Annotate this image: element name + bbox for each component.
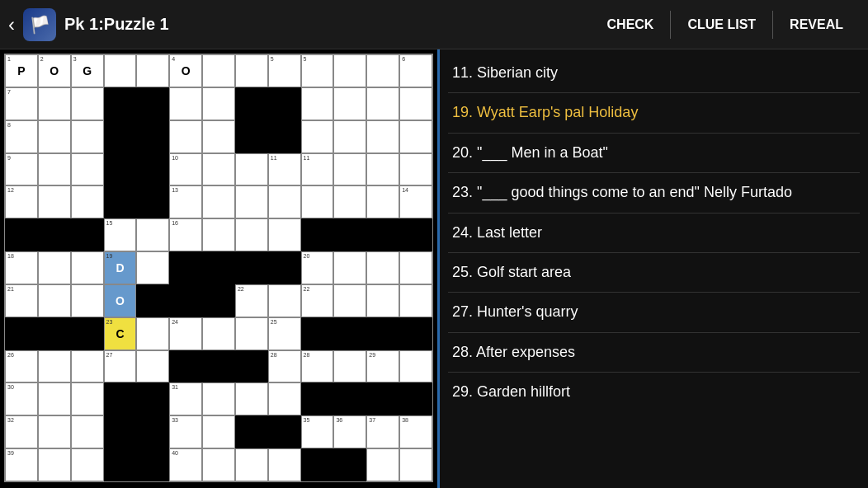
cell-6-4[interactable]	[136, 251, 169, 284]
cell-2-0[interactable]: 8	[5, 120, 38, 153]
cell-6-12[interactable]	[399, 251, 432, 284]
cell-7-4[interactable]	[136, 284, 169, 317]
clue-24[interactable]: 24. Last letter	[448, 214, 860, 253]
cell-1-3[interactable]	[104, 87, 137, 120]
cell-5-2[interactable]	[71, 218, 104, 251]
cell-6-0[interactable]: 18	[5, 251, 38, 284]
cell-5-6[interactable]	[202, 218, 235, 251]
cell-9-7[interactable]	[235, 350, 268, 383]
cell-10-9[interactable]	[301, 382, 334, 415]
cell-8-6[interactable]	[202, 317, 235, 350]
cell-6-5[interactable]	[169, 251, 202, 284]
cell-12-5[interactable]: 40	[169, 448, 202, 481]
cell-8-4[interactable]	[136, 317, 169, 350]
cell-11-5[interactable]: 33	[169, 415, 202, 448]
cell-7-9[interactable]: 22	[301, 284, 334, 317]
cell-9-1[interactable]	[38, 350, 71, 383]
cell-9-11[interactable]: 29	[366, 350, 399, 383]
cell-11-8[interactable]	[268, 415, 301, 448]
cell-8-10[interactable]	[333, 317, 366, 350]
cell-10-5[interactable]: 31	[169, 382, 202, 415]
cell-12-11[interactable]	[366, 448, 399, 481]
cell-4-1[interactable]	[38, 185, 71, 218]
cell-5-10[interactable]	[333, 218, 366, 251]
cell-1-9[interactable]	[301, 87, 334, 120]
cell-1-5[interactable]	[169, 87, 202, 120]
cell-9-10[interactable]	[333, 350, 366, 383]
cell-10-1[interactable]	[38, 382, 71, 415]
cell-6-3[interactable]: 19D	[104, 251, 137, 284]
cell-5-3[interactable]: 15	[104, 218, 137, 251]
cell-10-7[interactable]	[235, 382, 268, 415]
crossword-grid[interactable]: 1P2O3G4O55678910111112131415161819D2021O…	[4, 54, 433, 482]
cell-10-10[interactable]	[333, 382, 366, 415]
cell-1-1[interactable]	[38, 87, 71, 120]
cell-7-3[interactable]: O	[104, 284, 137, 317]
cell-9-4[interactable]	[136, 350, 169, 383]
cell-5-7[interactable]	[235, 218, 268, 251]
cell-8-8[interactable]: 25	[268, 317, 301, 350]
cell-2-8[interactable]	[268, 120, 301, 153]
cell-11-9[interactable]: 35	[301, 415, 334, 448]
cell-10-0[interactable]: 30	[5, 382, 38, 415]
clue-11[interactable]: 11. Siberian city	[448, 54, 860, 93]
cell-8-11[interactable]	[366, 317, 399, 350]
cell-11-1[interactable]	[38, 415, 71, 448]
cell-4-5[interactable]: 13	[169, 185, 202, 218]
cell-0-10[interactable]	[333, 54, 366, 87]
clue-list-button[interactable]: CLUE LIST	[670, 11, 772, 39]
cell-1-12[interactable]	[399, 87, 432, 120]
cell-11-3[interactable]	[104, 415, 137, 448]
cell-9-2[interactable]	[71, 350, 104, 383]
cell-11-6[interactable]	[202, 415, 235, 448]
cell-0-1[interactable]: 2O	[38, 54, 71, 87]
cell-11-7[interactable]	[235, 415, 268, 448]
cell-4-11[interactable]	[366, 185, 399, 218]
cell-5-4[interactable]	[136, 218, 169, 251]
cell-6-1[interactable]	[38, 251, 71, 284]
cell-7-7[interactable]: 22	[235, 284, 268, 317]
cell-10-3[interactable]	[104, 382, 137, 415]
cell-2-5[interactable]	[169, 120, 202, 153]
cell-6-10[interactable]	[333, 251, 366, 284]
cell-8-1[interactable]	[38, 317, 71, 350]
cell-3-12[interactable]	[399, 153, 432, 186]
cell-4-2[interactable]	[71, 185, 104, 218]
cell-0-5[interactable]: 4O	[169, 54, 202, 87]
cell-3-1[interactable]	[38, 153, 71, 186]
cell-12-8[interactable]	[268, 448, 301, 481]
cell-3-2[interactable]	[71, 153, 104, 186]
cell-9-9[interactable]: 28	[301, 350, 334, 383]
cell-7-6[interactable]	[202, 284, 235, 317]
cell-12-7[interactable]	[235, 448, 268, 481]
cell-11-4[interactable]	[136, 415, 169, 448]
cell-0-8[interactable]: 5	[268, 54, 301, 87]
cell-8-2[interactable]	[71, 317, 104, 350]
cell-9-8[interactable]: 28	[268, 350, 301, 383]
cell-1-0[interactable]: 7	[5, 87, 38, 120]
cell-3-6[interactable]	[202, 153, 235, 186]
clue-29[interactable]: 29. Garden hillfort	[448, 373, 860, 411]
cell-12-1[interactable]	[38, 448, 71, 481]
cell-10-2[interactable]	[71, 382, 104, 415]
cell-10-12[interactable]	[399, 382, 432, 415]
clue-28[interactable]: 28. After expenses	[448, 333, 860, 373]
cell-1-8[interactable]	[268, 87, 301, 120]
cell-11-11[interactable]: 37	[366, 415, 399, 448]
cell-8-7[interactable]	[235, 317, 268, 350]
cell-3-10[interactable]	[333, 153, 366, 186]
cell-4-3[interactable]	[104, 185, 137, 218]
cell-6-2[interactable]	[71, 251, 104, 284]
cell-2-11[interactable]	[366, 120, 399, 153]
cell-12-2[interactable]	[71, 448, 104, 481]
cell-9-5[interactable]	[169, 350, 202, 383]
cell-3-7[interactable]	[235, 153, 268, 186]
cell-12-12[interactable]	[399, 448, 432, 481]
cell-7-12[interactable]	[399, 284, 432, 317]
cell-4-7[interactable]	[235, 185, 268, 218]
cell-3-0[interactable]: 9	[5, 153, 38, 186]
cell-4-0[interactable]: 12	[5, 185, 38, 218]
cell-9-3[interactable]: 27	[104, 350, 137, 383]
clue-19[interactable]: 19. Wyatt Earp's pal Holiday	[448, 93, 860, 133]
cell-8-9[interactable]	[301, 317, 334, 350]
